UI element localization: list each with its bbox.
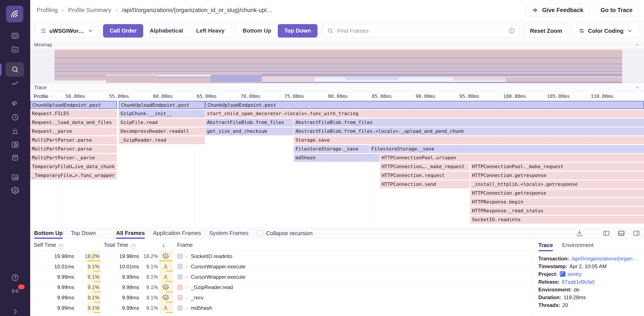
download-icon[interactable] [576, 230, 583, 237]
table-row[interactable]: 9.99ms9.1%9.99ms9.1%›_GzipReader.read [30, 282, 532, 293]
tab-bottom-up[interactable]: Bottom Up [34, 228, 63, 239]
flame-frame[interactable]: Request.FILES [30, 110, 117, 118]
flame-frame[interactable]: md5hash [294, 154, 380, 162]
details-tab-trace[interactable]: Trace [538, 240, 553, 251]
flame-frame[interactable]: HTTPConnection…._make_request [380, 163, 469, 171]
flame-frame[interactable]: start_child_span_decorator.<locals>.func… [205, 110, 644, 118]
flame-frame[interactable]: _GzipReader.read [119, 136, 205, 144]
sidebar-item-stats[interactable] [9, 171, 21, 183]
flame-frame[interactable]: HTTPConnection.getresponse [470, 172, 644, 180]
flame-frame[interactable]: MultiPartParser._parse [30, 154, 117, 162]
sidebar-item-explore[interactable] [9, 63, 21, 75]
flame-frame[interactable]: FilestoreStorage._save [294, 145, 369, 153]
sidebar-item-projects[interactable] [9, 43, 21, 55]
collapse-recursion-checkbox[interactable] [257, 230, 263, 236]
flame-frame[interactable]: Request._parse [30, 127, 117, 135]
sidebar-item-releases[interactable] [9, 152, 21, 164]
flame-frame[interactable]: get_size_and_checksum [205, 127, 293, 135]
details-field-value[interactable]: 87aab1d9cfa0 [562, 279, 594, 285]
frame-cell[interactable]: ›_GzipReader.read [172, 282, 532, 292]
sidebar-item-collapse[interactable] [9, 306, 21, 316]
flame-frame[interactable]: HTTPConnection.getresponse [470, 189, 644, 197]
sort-option-call-order[interactable]: Call Order [103, 24, 143, 38]
flame-frame[interactable]: MultiPartParser.parse [30, 136, 117, 144]
flame-frame[interactable]: GzipFile.read [119, 119, 205, 127]
minimap-canvas[interactable] [30, 49, 644, 83]
self-time-header[interactable]: Self Time? [34, 239, 64, 251]
sidebar-item-settings[interactable] [9, 185, 21, 197]
flame-frame[interactable]: FilestoreStorage._save [370, 145, 644, 153]
give-feedback-button[interactable]: Give Feedback [526, 3, 590, 17]
flame-frame[interactable]: TemporaryFileU…ive_data_chunk [30, 163, 117, 171]
sidebar-item-alerts[interactable] [9, 125, 21, 137]
direction-option-bottom-up[interactable]: Bottom Up [236, 24, 278, 38]
sidebar-item-insights[interactable] [9, 78, 21, 90]
flame-frame[interactable]: HTTPConnection.request [380, 172, 469, 180]
flame-frame[interactable]: ChunkUploadEndpoint.post [205, 101, 644, 109]
thread-selector-dropdown[interactable]: uWSGIWor… [35, 24, 98, 38]
direction-option-top-down[interactable]: Top Down [278, 24, 318, 38]
layout-right-icon[interactable] [633, 230, 640, 237]
breadcrumb-profiling[interactable]: Profiling [37, 7, 58, 13]
layout-bottom-icon[interactable] [618, 230, 625, 237]
reset-zoom-button[interactable]: Reset Zoom [524, 24, 568, 38]
flame-frame[interactable]: HTTPConnectionPool.urlopen [380, 154, 644, 162]
expand-chevron-icon[interactable]: › [186, 306, 188, 311]
flame-frame[interactable]: Request._load_data_and_files [30, 119, 117, 127]
table-row[interactable]: 10.01ms9.1%10.01ms9.1%›CursorWrapper.exe… [30, 262, 532, 272]
frame-cell[interactable]: ›CursorWrapper.execute [172, 262, 532, 272]
sort-descending-icon[interactable]: ↓ [162, 239, 165, 251]
sentry-logo[interactable] [6, 5, 23, 22]
flame-frame[interactable]: HTTPConnection.send [380, 180, 469, 188]
tab-top-down[interactable]: Top Down [71, 228, 96, 239]
frame-header[interactable]: Frame [177, 239, 192, 251]
flame-frame[interactable]: AbstractFileBlob.from_files [205, 119, 293, 127]
flame-frame[interactable]: ChunkUploadEndpoint.post [30, 101, 117, 109]
flame-frame[interactable]: AbstractFileBlob.from_files.<locals>._up… [294, 127, 644, 135]
expand-chevron-icon[interactable]: › [186, 274, 188, 280]
breadcrumb-profile-summary[interactable]: Profile Summary [68, 7, 111, 13]
chevron-down-icon[interactable] [634, 85, 640, 90]
sidebar-item-feedback[interactable] [9, 97, 21, 109]
table-row[interactable]: 9.99ms9.1%9.99ms9.1%›_recv [30, 293, 532, 303]
go-to-trace-button[interactable]: Go to Trace [594, 3, 639, 17]
expand-chevron-icon[interactable]: › [186, 285, 188, 290]
flame-frame[interactable]: MultiPartParser.parse [30, 145, 117, 153]
color-coding-dropdown[interactable]: Color Coding [572, 24, 639, 38]
sidebar-item-help[interactable] [9, 272, 21, 284]
flame-frame[interactable]: AbstractFileBlob.from_files [294, 119, 644, 127]
search-input[interactable] [337, 27, 505, 34]
expand-chevron-icon[interactable]: › [186, 295, 188, 300]
flame-frame[interactable]: SocketIO.readinto [470, 216, 644, 224]
flame-frame[interactable]: _install_httplib.<locals>.getresponse [470, 180, 644, 188]
sidebar-item-replays[interactable] [9, 111, 21, 123]
frame-cell[interactable]: ›md5hash [172, 303, 532, 313]
flamegraph-canvas[interactable]: ChunkUploadEndpoint.postChunkUploadEndpo… [30, 100, 644, 228]
frame-cell[interactable]: ›_recv [172, 293, 532, 303]
flame-frame[interactable]: DecompressReader.readall [119, 127, 205, 135]
sidebar-item-dashboards[interactable] [9, 139, 21, 151]
details-field-value[interactable]: sentry [568, 271, 582, 277]
flame-frame[interactable]: HTTPConnectionPool._make_request [470, 163, 644, 171]
flame-frame[interactable]: Storage.save [294, 136, 644, 144]
layout-left-icon[interactable] [602, 230, 610, 237]
details-tab-environment[interactable]: Environment [562, 240, 594, 251]
sort-option-left-heavy[interactable]: Left Heavy [190, 24, 231, 38]
flame-frame[interactable]: ChunkUploadEndpoint.post [119, 101, 205, 109]
tab-system-frames[interactable]: System Frames [209, 228, 248, 239]
sort-option-alphabetical[interactable]: Alphabetical [143, 24, 190, 38]
table-row[interactable]: 9.99ms9.1%9.99ms9.1%›CursorWrapper.execu… [30, 272, 532, 282]
frame-cell[interactable]: ›SocketIO.readinto [172, 251, 532, 261]
table-row[interactable]: 19.98ms18.2%19.98ms18.2%›SocketIO.readin… [30, 251, 532, 262]
tab-all-frames[interactable]: All Frames [116, 228, 145, 239]
expand-chevron-icon[interactable]: › [186, 264, 188, 269]
flame-frame[interactable]: GzipChunk.__init__ [119, 110, 205, 118]
frame-cell[interactable]: ›CursorWrapper.execute [172, 272, 532, 282]
table-row[interactable]: 9.99ms9.1%9.99ms9.1%›md5hash [30, 303, 532, 313]
chevron-up-icon[interactable] [634, 42, 640, 48]
flame-frame[interactable]: HTTPResponse._read_status [470, 207, 644, 215]
sidebar-item-issues[interactable] [9, 30, 21, 42]
total-time-header[interactable]: Total Time? [104, 239, 136, 251]
find-frames-search[interactable] [322, 24, 520, 38]
flame-frame[interactable]: HTTPResponse.begin [470, 198, 644, 206]
